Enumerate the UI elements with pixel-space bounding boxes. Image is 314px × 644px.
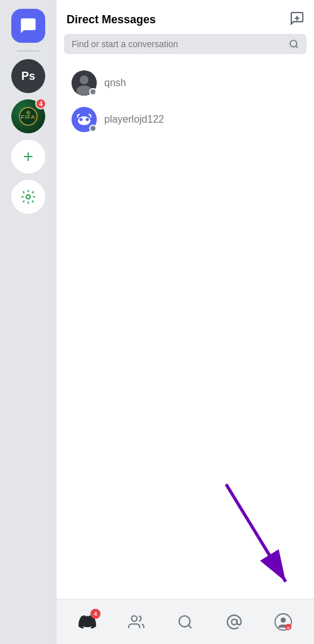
fifa-badge: 4 xyxy=(35,98,46,109)
bottom-nav-search[interactable] xyxy=(170,606,201,638)
sidebar-item-dm[interactable] xyxy=(11,9,45,43)
ps-label: Ps xyxy=(21,70,35,83)
bottom-nav-profile[interactable]: × xyxy=(268,606,299,638)
svg-point-25 xyxy=(131,616,137,621)
sidebar-item-ps[interactable]: Ps xyxy=(11,59,45,93)
search-nav-icon xyxy=(177,614,193,630)
svg-point-28 xyxy=(232,619,237,625)
qnsh-status-dot xyxy=(89,88,97,96)
svg-text:×: × xyxy=(287,625,290,631)
svg-line-9 xyxy=(32,201,33,202)
conversation-item-player[interactable]: playerlojd122 xyxy=(62,102,309,137)
svg-line-10 xyxy=(32,192,33,193)
svg-line-27 xyxy=(188,625,192,628)
plus-icon: + xyxy=(23,148,33,165)
bottom-nav: 4 xyxy=(57,599,314,644)
fifa-icon: FIFA xyxy=(18,106,38,126)
svg-line-8 xyxy=(23,192,24,193)
discover-icon xyxy=(20,189,36,205)
conversation-name-qnsh: qnsh xyxy=(104,77,126,89)
svg-text:FIFA: FIFA xyxy=(21,114,36,120)
avatar-container-player xyxy=(72,107,97,132)
bottom-nav-mentions[interactable] xyxy=(219,606,250,638)
svg-point-17 xyxy=(80,75,89,84)
svg-point-22 xyxy=(86,118,89,121)
main-panel: Direct Messages xyxy=(57,0,314,644)
sidebar-discover-button[interactable] xyxy=(11,180,45,214)
conversation-item-qnsh[interactable]: qnsh xyxy=(62,65,309,101)
svg-point-20 xyxy=(78,116,90,125)
search-input[interactable] xyxy=(72,39,284,49)
app-container: Ps FIFA 4 + xyxy=(0,0,314,644)
profile-icon: × xyxy=(274,613,292,631)
sidebar-item-fifa[interactable]: FIFA 4 xyxy=(11,99,45,133)
search-icon xyxy=(289,39,299,49)
sidebar-divider-1 xyxy=(17,50,40,52)
svg-point-3 xyxy=(26,195,31,199)
svg-point-21 xyxy=(80,118,83,121)
svg-line-15 xyxy=(296,46,298,48)
svg-point-26 xyxy=(179,616,190,626)
home-badge: 4 xyxy=(90,609,100,619)
new-dm-icon xyxy=(290,11,304,25)
bottom-nav-friends[interactable] xyxy=(121,606,152,638)
search-bar[interactable] xyxy=(64,34,306,54)
svg-line-11 xyxy=(23,201,24,202)
avatar-container-qnsh xyxy=(72,70,97,96)
panel-title: Direct Messages xyxy=(67,13,156,26)
conversation-list: qnsh xyxy=(57,62,314,644)
svg-point-14 xyxy=(290,40,297,47)
svg-point-2 xyxy=(26,111,30,114)
svg-point-30 xyxy=(281,618,286,623)
at-icon xyxy=(226,614,242,630)
player-status-dot xyxy=(89,125,97,132)
panel-header: Direct Messages xyxy=(57,0,314,34)
sidebar: Ps FIFA 4 + xyxy=(0,0,57,644)
friends-icon xyxy=(128,614,144,630)
dm-icon xyxy=(19,17,37,35)
sidebar-add-button[interactable]: + xyxy=(11,140,45,174)
new-dm-button[interactable] xyxy=(290,11,304,28)
bottom-nav-home[interactable]: 4 xyxy=(72,606,103,638)
conversation-name-player: playerlojd122 xyxy=(104,114,164,125)
